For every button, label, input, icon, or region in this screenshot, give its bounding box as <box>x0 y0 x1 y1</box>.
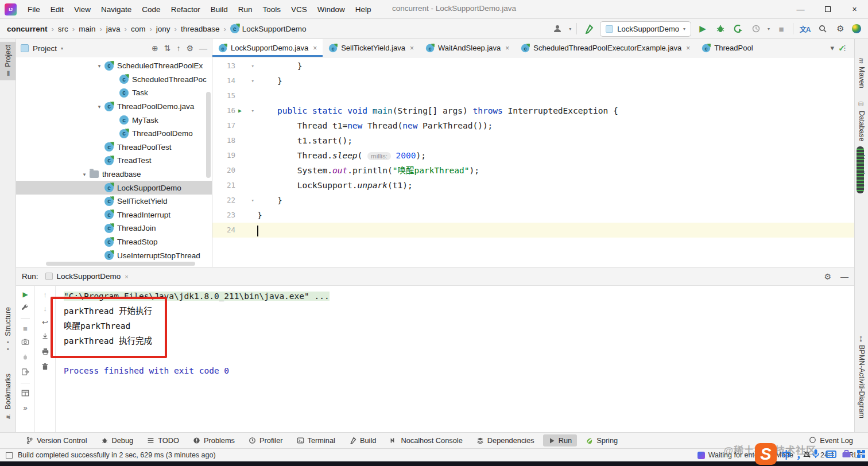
stripe-database-button[interactable]: ⛁ Database <box>855 98 868 145</box>
menu-vcs[interactable]: VCS <box>286 3 312 16</box>
close-button[interactable]: × <box>841 0 868 19</box>
collapse-all-button[interactable]: ↑ <box>176 44 180 53</box>
hide-panel-button[interactable]: — <box>199 44 207 53</box>
editor-tab[interactable]: cSellTicketYield.java× <box>323 39 420 57</box>
search-everywhere-icon[interactable] <box>816 22 829 35</box>
tree-item-scheduledthreadpoolex[interactable]: ▾cScheduledThreadPoolEx <box>16 59 212 73</box>
expand-all-button[interactable]: ⇅ <box>164 44 171 53</box>
tree-chevron-icon[interactable]: ▾ <box>79 172 90 177</box>
stop-process-button[interactable]: ■ <box>23 325 28 332</box>
breadcrumb-class[interactable]: cLockSupportDemo <box>230 24 307 33</box>
toolwindow-button-build[interactable]: Build <box>344 434 381 446</box>
line-number[interactable]: 16 <box>212 103 235 118</box>
menu-tools[interactable]: Tools <box>257 3 286 16</box>
user-account-icon[interactable] <box>551 22 564 35</box>
code-line[interactable]: 20 System.out.println("唤醒parkThread"); <box>212 163 854 178</box>
toolwindow-button-version-control[interactable]: Version Control <box>21 434 92 446</box>
breadcrumb-item[interactable]: com <box>131 25 146 33</box>
code-line[interactable]: 22▾ } <box>212 193 854 208</box>
stripe-bpmn-button[interactable]: ⊶ BPMN-Activiti-Diagram <box>855 333 868 421</box>
breadcrumb-item[interactable]: jony <box>156 25 170 33</box>
ime-grid-icon[interactable] <box>857 449 866 459</box>
tab-close-icon[interactable]: × <box>313 44 317 52</box>
menu-code[interactable]: Code <box>137 3 165 16</box>
tree-item-threadpooldemo[interactable]: cThreadPoolDemo <box>16 127 212 141</box>
code-line[interactable]: 13▾ } <box>212 59 854 73</box>
stripe-project-button[interactable]: ▮ Project <box>0 42 16 80</box>
line-number[interactable]: 24 <box>212 223 235 238</box>
toolwindow-button-dependencies[interactable]: Dependencies <box>471 434 540 446</box>
tree-item-threadbase[interactable]: ▾threadbase <box>16 168 212 181</box>
fold-marker-icon[interactable]: ▾ <box>251 59 254 73</box>
menu-run[interactable]: Run <box>233 3 258 16</box>
tab-close-icon[interactable]: × <box>686 44 690 52</box>
breadcrumb-item[interactable]: main <box>79 25 95 33</box>
print-icon[interactable] <box>41 347 49 356</box>
tree-item-locksupportdemo[interactable]: cLockSupportDemo <box>16 181 212 195</box>
line-number[interactable]: 14 <box>212 73 235 88</box>
menu-navigate[interactable]: Navigate <box>96 3 137 16</box>
gutter-run-icon[interactable]: ▶ <box>238 103 242 118</box>
editor-tab[interactable]: cThreadPool <box>696 39 758 57</box>
rerun-button[interactable]: ▶ <box>22 291 28 298</box>
menu-help[interactable]: Help <box>350 3 377 16</box>
translate-icon[interactable]: 文A <box>799 22 811 35</box>
clear-console-trash-icon[interactable] <box>41 363 49 372</box>
breadcrumb-item[interactable]: src <box>58 25 68 33</box>
code-editor[interactable]: 13▾ }14▾ }1516▶▾ public static void main… <box>212 57 854 267</box>
tab-close-icon[interactable]: × <box>505 44 509 52</box>
soft-wrap-icon[interactable]: ↩ <box>42 319 48 326</box>
run-tab[interactable]: LockSupportDemo × <box>45 272 129 281</box>
maximize-button[interactable] <box>814 0 841 19</box>
ime-keyboard-icon[interactable] <box>826 450 836 459</box>
debug-button[interactable] <box>714 22 727 35</box>
coverage-button[interactable] <box>732 22 745 35</box>
inspections-ok-icon[interactable]: ✓ <box>838 44 845 53</box>
tree-item-threadpooldemo.java[interactable]: ▾cThreadPoolDemo.java <box>16 100 212 114</box>
fold-marker-icon[interactable]: ▾ <box>251 103 254 118</box>
toolwindow-button-problems[interactable]: Problems <box>188 434 240 446</box>
ime-microphone-icon[interactable] <box>811 449 820 459</box>
fold-marker-icon[interactable]: ▾ <box>251 193 254 208</box>
tree-item-threadstop[interactable]: cThreadStop <box>16 235 212 249</box>
code-line[interactable]: 16▶▾ public static void main(String[] ar… <box>212 103 854 118</box>
stripe-bookmarks-button[interactable]: ⚑ Bookmarks <box>0 371 16 423</box>
settings-gear-icon[interactable]: ⚙ <box>834 22 847 35</box>
tree-item-mytask[interactable]: cMyTask <box>16 113 212 127</box>
line-number[interactable]: 13 <box>212 59 235 73</box>
user-dropdown-icon[interactable]: ▾ <box>569 26 571 32</box>
toolwindow-button-run[interactable]: Run <box>543 434 577 446</box>
project-view-dropdown-icon[interactable]: ▾ <box>61 46 63 51</box>
code-line[interactable]: 19 Thread.sleep( millis: 2000); <box>212 148 854 163</box>
code-line[interactable]: 15 <box>212 88 854 103</box>
line-number[interactable]: 18 <box>212 133 235 148</box>
project-horizontal-scrollbar[interactable] <box>46 262 195 266</box>
hidden-tabs-chevron-icon[interactable]: ▾ <box>830 44 834 52</box>
menu-window[interactable]: Window <box>312 3 350 16</box>
editor-scrollbar-thumb[interactable] <box>857 146 864 193</box>
menu-view[interactable]: View <box>69 3 96 16</box>
line-number[interactable]: 23 <box>212 208 235 223</box>
ime-chinese-mode-icon[interactable]: 中 <box>781 447 791 461</box>
run-settings-gear-icon[interactable]: ⚙ <box>824 272 831 281</box>
stripe-maven-button[interactable]: m Maven <box>855 55 868 91</box>
panel-settings-gear-icon[interactable]: ⚙ <box>186 44 193 53</box>
tree-item-task[interactable]: cTask <box>16 86 212 100</box>
project-vertical-scrollbar[interactable] <box>206 92 211 178</box>
layout-settings-icon[interactable] <box>21 389 29 398</box>
toolwindow-button-profiler[interactable]: Profiler <box>243 434 288 446</box>
code-line[interactable]: 24 <box>212 223 854 238</box>
build-hammer-icon[interactable] <box>582 22 595 35</box>
tree-item-useinterruptstopthread[interactable]: cUseInterruptStopThread <box>16 248 212 262</box>
stripe-structure-button[interactable]: ▪▪ Structure <box>0 304 16 356</box>
ime-toolbox-icon[interactable] <box>842 449 851 459</box>
run-button[interactable]: ▶ <box>696 22 709 35</box>
run-console-output[interactable]: "C:\Program Files\Java\jdk1.8.0_211\bin\… <box>56 286 854 432</box>
scroll-down-icon[interactable]: ↓ <box>43 305 47 312</box>
profiler-dropdown-icon[interactable]: ▾ <box>768 26 770 32</box>
run-hide-button[interactable]: — <box>840 272 848 281</box>
toolwindow-switcher-icon[interactable] <box>6 452 13 459</box>
run-configuration-select[interactable]: LockSupportDemo ▾ <box>600 21 691 37</box>
scroll-to-end-icon[interactable] <box>41 332 49 341</box>
code-line[interactable]: 17 Thread t1=new Thread(new ParkThread()… <box>212 118 854 133</box>
